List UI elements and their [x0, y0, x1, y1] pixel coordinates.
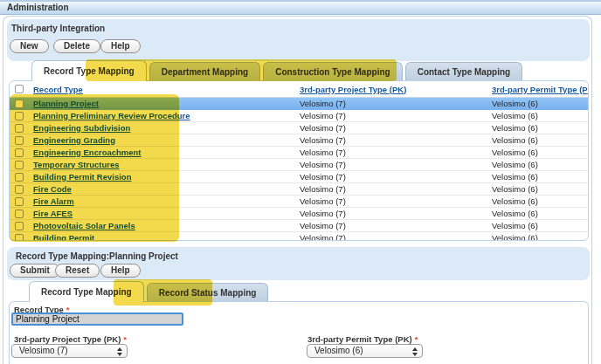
row-checkbox[interactable]: [15, 124, 24, 133]
table-row[interactable]: Temporary StructuresVelosimo (7)Velosimo…: [10, 159, 588, 171]
column-header-record-type[interactable]: Record Type: [33, 85, 300, 94]
project-type-selected-value: Velosimo (7): [19, 346, 68, 355]
permit-type-value: Velosimo (6): [492, 209, 588, 218]
permit-type-value: Velosimo (6): [492, 160, 588, 169]
select-stepper-icon: [412, 347, 418, 356]
permit-type-select[interactable]: Velosimo (6): [307, 344, 423, 358]
project-type-label: 3rd-party Project Type (PK)*: [14, 334, 127, 344]
tab-record-status-mapping[interactable]: Record Status Mapping: [147, 283, 269, 302]
new-button[interactable]: New: [10, 39, 49, 53]
detail-help-button[interactable]: Help: [100, 264, 141, 278]
table-row[interactable]: Engineering SubdivisionVelosimo (7)Velos…: [10, 122, 588, 134]
row-checkbox[interactable]: [15, 185, 24, 194]
tab-department-mapping[interactable]: Department Mapping: [149, 62, 260, 81]
row-checkbox[interactable]: [15, 136, 24, 145]
column-header-permit-type[interactable]: 3rd-party Permit Type (PK): [492, 85, 589, 94]
project-type-value: Velosimo (7): [300, 196, 492, 206]
project-type-value: Velosimo (7): [300, 99, 492, 108]
mapping-tab-bar: Record Type MappingDepartment MappingCon…: [31, 61, 522, 81]
record-type-link[interactable]: Planning Project: [33, 99, 300, 108]
project-type-value: Velosimo (7): [300, 135, 492, 145]
row-checkbox[interactable]: [15, 100, 24, 108]
permit-type-value: Velosimo (6): [492, 99, 588, 108]
record-type-table-panel: Record Type 3rd-party Project Type (PK) …: [9, 80, 589, 241]
project-type-value: Velosimo (7): [300, 148, 492, 157]
row-checkbox[interactable]: [15, 112, 24, 120]
tab-record-type-mapping[interactable]: Record Type Mapping: [31, 60, 147, 81]
row-checkbox[interactable]: [15, 161, 24, 169]
table-row[interactable]: Building PermitVelosimo (7)Velosimo (6): [10, 232, 588, 241]
record-type-link[interactable]: Photovoltaic Solar Panels: [33, 221, 300, 230]
table-row[interactable]: Engineering EncroachmentVelosimo (7)Velo…: [10, 147, 588, 159]
required-asterisk: *: [415, 334, 418, 344]
project-type-label-text: 3rd-party Project Type (PK): [14, 334, 121, 344]
record-type-link[interactable]: Engineering Subdivision: [33, 123, 300, 133]
permit-type-label: 3rd-party Permit Type (PK)*: [307, 334, 418, 344]
record-type-link[interactable]: Building Permit Revision: [33, 172, 300, 182]
table-row[interactable]: Planning ProjectVelosimo (7)Velosimo (6): [10, 98, 588, 110]
permit-type-value: Velosimo (6): [492, 135, 588, 145]
table-header-row: Record Type 3rd-party Project Type (PK) …: [10, 81, 588, 98]
permit-type-value: Velosimo (6): [492, 148, 588, 157]
project-type-value: Velosimo (7): [300, 209, 492, 218]
record-type-link[interactable]: Fire AFES: [33, 209, 300, 218]
detail-panel-title: Record Type Mapping:Planning Project: [16, 251, 178, 261]
row-checkbox[interactable]: [15, 234, 24, 242]
record-type-link[interactable]: Engineering Encroachment: [33, 148, 300, 157]
project-type-value: Velosimo (7): [300, 221, 492, 230]
row-checkbox[interactable]: [15, 222, 24, 230]
table-row[interactable]: Photovoltaic Solar PanelsVelosimo (7)Vel…: [10, 220, 588, 232]
required-asterisk: *: [123, 334, 127, 344]
select-stepper-icon: [117, 347, 122, 356]
permit-type-label-text: 3rd-party Permit Type (PK): [307, 334, 412, 344]
tab-record-type-mapping[interactable]: Record Type Mapping: [29, 281, 144, 302]
permit-type-value: Velosimo (6): [492, 184, 588, 194]
record-type-link[interactable]: Fire Code: [33, 184, 300, 194]
project-type-value: Velosimo (7): [300, 233, 492, 241]
permit-type-value: Velosimo (6): [492, 196, 588, 206]
table-row[interactable]: Fire CodeVelosimo (7)Velosimo (6): [10, 183, 588, 196]
table-row[interactable]: Planning Preliminary Review ProcedureVel…: [10, 110, 588, 122]
tab-construction-type-mapping[interactable]: Construction Type Mapping: [263, 62, 402, 81]
project-type-select[interactable]: Velosimo (7): [11, 344, 128, 358]
submit-button[interactable]: Submit: [10, 264, 60, 278]
record-type-link[interactable]: Building Permit: [33, 233, 300, 241]
delete-button[interactable]: Delete: [53, 39, 100, 53]
table-row[interactable]: Fire AFESVelosimo (7)Velosimo (6): [10, 208, 588, 220]
row-checkbox[interactable]: [15, 197, 24, 206]
table-body: Planning ProjectVelosimo (7)Velosimo (6)…: [10, 98, 588, 241]
window-title: Administration: [7, 3, 69, 12]
record-type-input[interactable]: [11, 312, 183, 326]
record-type-link[interactable]: Planning Preliminary Review Procedure: [33, 111, 300, 120]
project-type-value: Velosimo (7): [300, 111, 492, 120]
column-header-project-type[interactable]: 3rd-party Project Type (PK): [300, 85, 492, 94]
project-type-value: Velosimo (7): [300, 184, 492, 194]
table-row[interactable]: Fire AlarmVelosimo (7)Velosimo (6): [10, 196, 588, 208]
table-row[interactable]: Engineering GradingVelosimo (7)Velosimo …: [10, 134, 588, 147]
row-checkbox[interactable]: [15, 173, 24, 182]
table-row[interactable]: Building Permit RevisionVelosimo (7)Velo…: [10, 171, 588, 183]
row-checkbox[interactable]: [15, 148, 24, 157]
project-type-value: Velosimo (7): [300, 123, 492, 133]
help-button[interactable]: Help: [100, 39, 141, 53]
window-title-bar: Administration: [0, 0, 601, 15]
detail-tab-bar: Record Type MappingRecord Status Mapping: [29, 283, 268, 302]
record-type-link[interactable]: Engineering Grading: [33, 135, 300, 145]
permit-type-value: Velosimo (6): [492, 172, 588, 182]
permit-type-selected-value: Velosimo (6): [314, 346, 363, 355]
permit-type-value: Velosimo (6): [492, 221, 588, 230]
record-type-link[interactable]: Temporary Structures: [33, 160, 300, 169]
reset-button[interactable]: Reset: [55, 264, 100, 278]
permit-type-value: Velosimo (6): [492, 123, 588, 133]
record-type-link[interactable]: Fire Alarm: [33, 196, 300, 206]
integration-panel-title: Third-party Integration: [11, 24, 105, 33]
project-type-value: Velosimo (7): [300, 160, 492, 169]
row-checkbox[interactable]: [15, 209, 24, 218]
tab-contact-type-mapping[interactable]: Contact Type Mapping: [405, 62, 522, 81]
project-type-value: Velosimo (7): [300, 172, 492, 182]
permit-type-value: Velosimo (6): [492, 233, 588, 241]
select-all-checkbox[interactable]: [15, 85, 24, 93]
permit-type-value: Velosimo (6): [492, 111, 588, 120]
